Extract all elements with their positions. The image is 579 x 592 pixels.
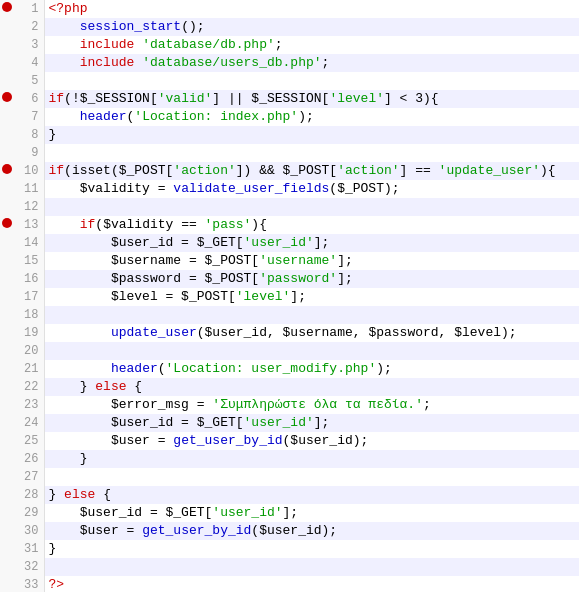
code-token: ; bbox=[275, 37, 283, 52]
breakpoint-col[interactable] bbox=[0, 234, 14, 252]
code-line: $level = $_POST['level']; bbox=[44, 288, 579, 306]
code-token: $validity = bbox=[49, 181, 174, 196]
breakpoint-col[interactable] bbox=[0, 18, 14, 36]
breakpoint-col[interactable] bbox=[0, 396, 14, 414]
breakpoint-col[interactable] bbox=[0, 414, 14, 432]
code-line: $username = $_POST['username']; bbox=[44, 252, 579, 270]
code-line: $user_id = $_GET['user_id']; bbox=[44, 234, 579, 252]
table-row: 11 $validity = validate_user_fields($_PO… bbox=[0, 180, 579, 198]
breakpoint-col[interactable] bbox=[0, 180, 14, 198]
line-number: 14 bbox=[14, 234, 44, 252]
code-line bbox=[44, 72, 579, 90]
code-line: $password = $_POST['password']; bbox=[44, 270, 579, 288]
code-line: session_start(); bbox=[44, 18, 579, 36]
code-token bbox=[49, 361, 111, 376]
breakpoint-col[interactable] bbox=[0, 540, 14, 558]
line-number: 10 bbox=[14, 162, 44, 180]
breakpoint-col[interactable] bbox=[0, 36, 14, 54]
code-line: } else { bbox=[44, 486, 579, 504]
code-token: get_user_by_id bbox=[142, 523, 251, 538]
breakpoint-col[interactable] bbox=[0, 162, 14, 180]
code-token: 'update_user' bbox=[439, 163, 540, 178]
breakpoint-col[interactable] bbox=[0, 252, 14, 270]
code-token bbox=[49, 109, 80, 124]
code-line: include 'database/users_db.php'; bbox=[44, 54, 579, 72]
breakpoint-col[interactable] bbox=[0, 90, 14, 108]
table-row: 13 if($validity == 'pass'){ bbox=[0, 216, 579, 234]
table-row: 31} bbox=[0, 540, 579, 558]
breakpoint-col[interactable] bbox=[0, 198, 14, 216]
code-line: update_user($user_id, $username, $passwo… bbox=[44, 324, 579, 342]
breakpoint-marker bbox=[2, 218, 12, 228]
code-token: ($user_id, $username, $password, $level)… bbox=[197, 325, 517, 340]
breakpoint-col[interactable] bbox=[0, 576, 14, 592]
breakpoint-col[interactable] bbox=[0, 270, 14, 288]
line-number: 27 bbox=[14, 468, 44, 486]
code-token: else bbox=[64, 487, 95, 502]
code-line bbox=[44, 468, 579, 486]
table-row: 1<?php bbox=[0, 0, 579, 18]
code-token: 'action' bbox=[337, 163, 399, 178]
breakpoint-col[interactable] bbox=[0, 432, 14, 450]
code-line bbox=[44, 558, 579, 576]
code-token: ?> bbox=[49, 577, 65, 592]
table-row: 22 } else { bbox=[0, 378, 579, 396]
breakpoint-col[interactable] bbox=[0, 486, 14, 504]
code-token: header bbox=[111, 361, 158, 376]
breakpoint-col[interactable] bbox=[0, 450, 14, 468]
breakpoint-col[interactable] bbox=[0, 558, 14, 576]
code-token: update_user bbox=[111, 325, 197, 340]
breakpoint-col[interactable] bbox=[0, 288, 14, 306]
code-token: ]; bbox=[290, 289, 306, 304]
code-token: ]; bbox=[337, 253, 353, 268]
breakpoint-col[interactable] bbox=[0, 0, 14, 18]
code-line: } bbox=[44, 126, 579, 144]
code-token bbox=[134, 37, 142, 52]
code-line: $user = get_user_by_id($user_id); bbox=[44, 522, 579, 540]
breakpoint-col[interactable] bbox=[0, 378, 14, 396]
breakpoint-col[interactable] bbox=[0, 468, 14, 486]
breakpoint-col[interactable] bbox=[0, 342, 14, 360]
breakpoint-col[interactable] bbox=[0, 324, 14, 342]
breakpoint-col[interactable] bbox=[0, 522, 14, 540]
line-number: 15 bbox=[14, 252, 44, 270]
table-row: 5 bbox=[0, 72, 579, 90]
table-row: 14 $user_id = $_GET['user_id']; bbox=[0, 234, 579, 252]
line-number: 8 bbox=[14, 126, 44, 144]
breakpoint-col[interactable] bbox=[0, 126, 14, 144]
code-token: ] == bbox=[400, 163, 439, 178]
code-token: $user = bbox=[49, 523, 143, 538]
breakpoint-col[interactable] bbox=[0, 360, 14, 378]
code-line: <?php bbox=[44, 0, 579, 18]
code-token: } bbox=[49, 451, 88, 466]
breakpoint-col[interactable] bbox=[0, 504, 14, 522]
code-token: include bbox=[80, 55, 135, 70]
breakpoint-col[interactable] bbox=[0, 306, 14, 324]
table-row: 16 $password = $_POST['password']; bbox=[0, 270, 579, 288]
code-token: session_start bbox=[80, 19, 181, 34]
code-token: (); bbox=[181, 19, 204, 34]
breakpoint-col[interactable] bbox=[0, 216, 14, 234]
code-token: ){ bbox=[540, 163, 556, 178]
code-token: header bbox=[80, 109, 127, 124]
line-number: 33 bbox=[14, 576, 44, 592]
code-token: validate_user_fields bbox=[173, 181, 329, 196]
code-token: 'Location: user_modify.php' bbox=[166, 361, 377, 376]
code-token: ); bbox=[376, 361, 392, 376]
code-token: 'username' bbox=[259, 253, 337, 268]
breakpoint-col[interactable] bbox=[0, 108, 14, 126]
table-row: 6if(!$_SESSION['valid'] || $_SESSION['le… bbox=[0, 90, 579, 108]
code-token: ; bbox=[322, 55, 330, 70]
code-line: $validity = validate_user_fields($_POST)… bbox=[44, 180, 579, 198]
code-editor: 1<?php2 session_start();3 include 'datab… bbox=[0, 0, 579, 592]
breakpoint-col[interactable] bbox=[0, 144, 14, 162]
code-token: } bbox=[49, 379, 96, 394]
breakpoint-col[interactable] bbox=[0, 72, 14, 90]
table-row: 17 $level = $_POST['level']; bbox=[0, 288, 579, 306]
breakpoint-col[interactable] bbox=[0, 54, 14, 72]
code-line: $error_msg = 'Συμπληρώστε όλα τα πεδία.'… bbox=[44, 396, 579, 414]
table-row: 3 include 'database/db.php'; bbox=[0, 36, 579, 54]
code-token: $error_msg = bbox=[49, 397, 213, 412]
code-line: if($validity == 'pass'){ bbox=[44, 216, 579, 234]
code-token: 'level' bbox=[236, 289, 291, 304]
